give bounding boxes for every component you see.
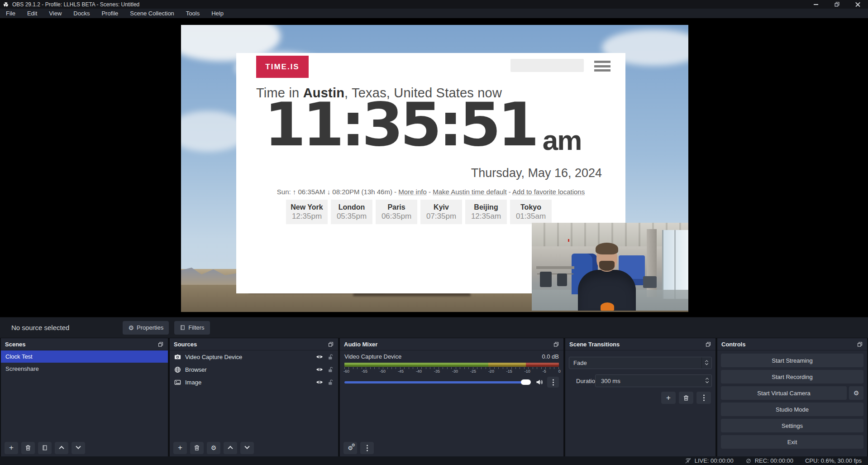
program-canvas[interactable]: TIME.IS Time in Austin, Texas, United St…	[181, 25, 688, 312]
make-default-link: Make Austin time default	[433, 188, 506, 196]
restore-button[interactable]	[826, 0, 847, 9]
popout-icon[interactable]	[553, 341, 559, 347]
source-up-button[interactable]	[224, 442, 237, 454]
sources-list: Video Capture Device Browser Image	[170, 350, 338, 439]
chevron-down-icon	[76, 444, 81, 449]
menu-file[interactable]: File	[0, 9, 21, 18]
gear-icon: ⚙	[854, 390, 859, 396]
remove-transition-button[interactable]	[679, 392, 693, 404]
scene-down-button[interactable]	[72, 442, 85, 454]
webcam-source[interactable]	[532, 223, 688, 311]
add-transition-button[interactable]: +	[661, 392, 676, 404]
scenes-header[interactable]: Scenes	[1, 338, 168, 350]
scene-item-clock-test[interactable]: Clock Test	[1, 350, 168, 363]
menu-tools[interactable]: Tools	[180, 9, 205, 18]
popout-icon[interactable]	[157, 341, 164, 347]
chevron-up-icon	[59, 446, 64, 451]
source-down-button[interactable]	[240, 442, 254, 454]
speaker-icon[interactable]	[536, 379, 543, 386]
studio-mode-button[interactable]: Studio Mode	[721, 403, 863, 416]
menu-help[interactable]: Help	[205, 9, 229, 18]
mixer-menu-button[interactable]	[360, 442, 374, 454]
add-source-button[interactable]: +	[173, 442, 187, 454]
source-properties-button[interactable]: ⚙	[207, 442, 220, 454]
filter-icon	[180, 325, 186, 331]
sources-toolbar: + ⚙	[170, 439, 338, 456]
scene-up-button[interactable]	[55, 442, 68, 454]
filter-icon	[42, 445, 48, 451]
timeis-search-input	[510, 59, 584, 72]
eye-visible-icon[interactable]	[316, 366, 323, 373]
transition-properties-button[interactable]	[696, 392, 711, 404]
popout-icon[interactable]	[328, 341, 334, 347]
minimize-icon	[814, 4, 818, 5]
cpu-fps-status: CPU: 0.6%, 30.00 fps	[805, 457, 862, 464]
filters-button[interactable]: Filters	[174, 321, 210, 335]
exit-button[interactable]: Exit	[721, 435, 863, 449]
scene-filters-button[interactable]	[38, 442, 52, 454]
timeis-logo: TIME.IS	[256, 56, 309, 78]
remove-scene-button[interactable]	[21, 442, 35, 454]
controls-header[interactable]: Controls	[717, 338, 867, 350]
restore-icon	[834, 1, 840, 7]
scene-item-screenshare[interactable]: Screenshare	[1, 363, 168, 375]
status-bar: LIVE: 00:00:00 REC: 00:00:00 CPU: 0.6%, …	[0, 456, 868, 465]
scene-transitions-body: Fade Duration 300 ms +	[565, 350, 715, 456]
chevron-down-icon	[244, 444, 249, 449]
eye-visible-icon[interactable]	[316, 379, 323, 386]
webcam-chair	[643, 276, 657, 288]
popout-icon[interactable]	[705, 341, 711, 347]
close-button[interactable]	[847, 0, 868, 9]
virtual-camera-settings-button[interactable]: ⚙	[849, 386, 863, 400]
source-item-browser[interactable]: Browser	[170, 363, 338, 376]
minimize-button[interactable]	[806, 0, 826, 9]
audio-mixer-header[interactable]: Audio Mixer	[340, 338, 563, 350]
sun-info-line: Sun: ↑ 06:35AM ↓ 08:20PM (13h 46m) - Mor…	[236, 188, 625, 196]
eye-visible-icon[interactable]	[316, 353, 323, 360]
webcam-person-beard	[599, 261, 615, 271]
scene-transitions-header[interactable]: Scene Transitions	[565, 338, 715, 350]
menu-scene-collection[interactable]: Scene Collection	[124, 9, 180, 18]
advanced-audio-button[interactable]: ⚙	[343, 442, 357, 454]
start-virtual-camera-button[interactable]: Start Virtual Camera	[721, 386, 847, 400]
audio-mixer-body: Video Capture Device 0.0 dB -60-55-50-45…	[340, 350, 563, 439]
mixer-channel-menu-button[interactable]	[547, 377, 559, 388]
sources-header[interactable]: Sources	[170, 338, 338, 350]
scene-transitions-panel: Scene Transitions Fade Duration 300 ms +	[565, 338, 715, 456]
source-item-video-capture[interactable]: Video Capture Device	[170, 350, 338, 363]
add-favorite-link: Add to favorite locations	[512, 188, 585, 196]
lock-open-icon[interactable]	[327, 379, 334, 385]
remove-source-button[interactable]	[190, 442, 204, 454]
menu-docks[interactable]: Docks	[67, 9, 95, 18]
camera-icon	[174, 354, 181, 360]
volume-slider-handle[interactable]	[521, 379, 531, 385]
start-streaming-button[interactable]: Start Streaming	[721, 354, 863, 367]
rec-status: REC: 00:00:00	[745, 457, 793, 464]
spin-arrows[interactable]	[702, 378, 711, 384]
volume-slider[interactable]	[344, 381, 530, 384]
lock-open-icon[interactable]	[327, 366, 334, 373]
settings-button[interactable]: Settings	[721, 419, 863, 432]
popout-icon[interactable]	[857, 341, 863, 347]
gear-icon: ⚙	[128, 325, 134, 331]
mixer-channel-name: Video Capture Device	[344, 353, 401, 360]
menu-profile[interactable]: Profile	[95, 9, 124, 18]
city-kyiv: Kyiv07:35pm	[420, 200, 462, 224]
trash-icon	[25, 445, 31, 451]
scenes-panel: Scenes Clock Test Screenshare +	[1, 338, 168, 456]
obs-window: OBS 29.1.2 - Profile: LLHLS BETA - Scene…	[0, 0, 868, 465]
source-item-image[interactable]: Image	[170, 376, 338, 388]
lock-open-icon[interactable]	[327, 354, 334, 360]
webcam-table	[536, 266, 574, 269]
hamburger-menu-icon	[594, 61, 610, 74]
menu-view[interactable]: View	[43, 9, 67, 18]
menu-edit[interactable]: Edit	[21, 9, 43, 18]
properties-button[interactable]: ⚙ Properties	[123, 321, 169, 335]
window-title: OBS 29.1.2 - Profile: LLHLS BETA - Scene…	[12, 1, 139, 8]
start-recording-button[interactable]: Start Recording	[721, 370, 863, 384]
add-scene-button[interactable]: +	[5, 442, 18, 454]
duration-spinbox[interactable]: 300 ms	[595, 374, 712, 387]
transition-select[interactable]: Fade	[569, 357, 712, 369]
audio-mixer-toolbar: ⚙	[340, 439, 563, 456]
webcam-window	[662, 230, 688, 299]
